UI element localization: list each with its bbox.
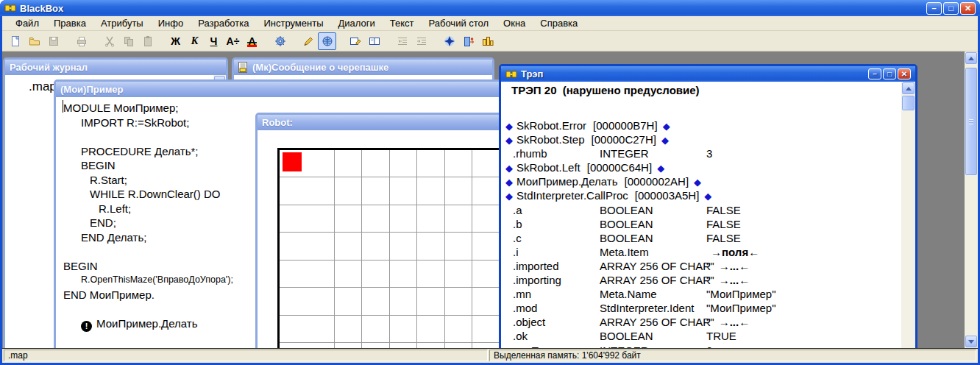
menu-item-рабочий-стол[interactable]: Рабочий стол	[422, 16, 497, 30]
turtle-message-titlebar[interactable]: (Мк)Сообщение о черепашке	[234, 60, 492, 75]
diamond-link-icon[interactable]: ◆	[505, 163, 513, 174]
variable-link-arrows[interactable]: →...←	[719, 274, 750, 286]
mdi-scroll-thumb[interactable]	[965, 68, 977, 175]
variable-name: .a	[513, 203, 600, 217]
variable-link-arrows[interactable]: →поля←	[711, 246, 759, 258]
frame-name: StdInterpreter.CallProc	[516, 189, 628, 202]
variable-type: Meta.Name	[600, 287, 706, 301]
variable-name: .mod	[513, 301, 600, 315]
diamond-link-icon[interactable]: ◆	[657, 163, 664, 174]
mdi-scroll-up-button[interactable]	[965, 52, 977, 64]
robot-window[interactable]: Robot:	[255, 113, 508, 348]
menu-item-правка[interactable]: Правка	[46, 16, 93, 30]
frame-name: SkRobot.Step	[516, 133, 585, 146]
browser-button[interactable]	[478, 32, 497, 50]
menu-item-инфо[interactable]: Инфо	[151, 16, 191, 30]
mdi-workspace: Рабочий журнал .map (Мк)Сообщение о чере…	[2, 52, 978, 348]
new-document-button[interactable]	[6, 32, 24, 50]
blackbox-compass-button[interactable]	[440, 32, 458, 50]
trap-close-button[interactable]: ✕	[898, 68, 911, 79]
diamond-link-icon[interactable]: ◆	[505, 177, 513, 188]
trap-variable-row: .okBOOLEANTRUE	[501, 329, 899, 343]
trap-frame-row: ◆МоиПример.Делать[0000002AH]◆	[501, 174, 899, 188]
trap-scroll-thumb[interactable]	[902, 96, 915, 110]
blackbox-main-window: BlackBox – □ ✕ ФайлПравкаАтрибутыИнфоРаз…	[0, 0, 980, 365]
robot-window-titlebar[interactable]: Robot:	[258, 115, 505, 130]
bold-button[interactable]: Ж	[166, 32, 185, 50]
diamond-link-icon[interactable]: ◆	[663, 121, 670, 132]
variable-name: .importing	[513, 273, 600, 287]
variable-name: .c	[513, 231, 600, 245]
mdi-vertical-scrollbar[interactable]	[965, 52, 978, 348]
underline-button[interactable]: Ч	[205, 32, 223, 50]
underline-button-glyph: Ч	[210, 35, 218, 47]
commander-icon[interactable]: !	[81, 321, 92, 332]
menu-item-инструменты[interactable]: Инструменты	[256, 16, 330, 30]
primer-window-title: (Мои)Пример	[60, 84, 123, 95]
diamond-link-icon[interactable]: ◆	[505, 121, 513, 132]
print-button	[72, 32, 90, 50]
close-button[interactable]: ✕	[960, 2, 976, 15]
page-icon	[10, 35, 21, 47]
font-size-button[interactable]: A÷	[224, 32, 242, 50]
status-bar: .map Выделенная память: 1'604'992 байт	[2, 348, 978, 362]
main-titlebar[interactable]: BlackBox – □ ✕	[0, 0, 980, 16]
edit-mode-button[interactable]	[299, 32, 317, 50]
trap-variable-row: .iMeta.Item→поля←	[501, 245, 899, 259]
variable-link-arrows[interactable]: →...←	[719, 260, 750, 272]
open-button[interactable]	[25, 32, 43, 50]
primer-window-titlebar[interactable]: (Мои)Пример	[56, 82, 502, 97]
menu-item-справка[interactable]: Справка	[533, 16, 585, 30]
diamond-link-icon[interactable]: ◆	[661, 135, 669, 146]
diamond-link-icon[interactable]: ◆	[505, 191, 513, 202]
compile-button[interactable]	[271, 32, 289, 50]
variable-value: "МоиПример"	[706, 288, 776, 300]
exit-button[interactable]	[459, 32, 477, 50]
browse-mode-button[interactable]	[318, 32, 336, 50]
minimize-button[interactable]: –	[926, 2, 942, 15]
save-button	[44, 32, 63, 50]
open-doc-panel-button[interactable]	[346, 32, 364, 50]
blackbox-app-icon	[505, 69, 517, 79]
journal-window-titlebar[interactable]: Рабочий журнал	[5, 60, 226, 75]
variable-name: .b	[513, 217, 600, 231]
trap-minimize-button[interactable]: –	[868, 68, 881, 79]
trap-window-titlebar[interactable]: Трэп – □ ✕	[501, 66, 915, 82]
diamond-link-icon[interactable]: ◆	[505, 135, 513, 146]
menu-item-окна[interactable]: Окна	[496, 16, 533, 30]
diamond-link-icon[interactable]: ◆	[704, 191, 711, 202]
down-arrow-icon	[968, 340, 974, 344]
trap-variable-row: .objectARRAY 256 OF CHAR""→...←	[501, 315, 899, 329]
robot-content	[258, 130, 505, 348]
variable-link-arrows[interactable]: →...←	[719, 316, 750, 328]
mdi-scroll-down-button[interactable]	[965, 336, 977, 347]
frame-name: SkRobot.Error	[516, 119, 586, 132]
open-form-panel-button[interactable]	[365, 32, 383, 50]
frame-address: [000000B7H]	[593, 119, 658, 132]
menu-item-диалоги[interactable]: Диалоги	[331, 16, 383, 30]
italic-button[interactable]: К	[185, 32, 204, 50]
trap-content: ТРЭП 20 (нарушено предусловие) ◆SkRobot.…	[501, 82, 915, 348]
variable-value: 0	[706, 344, 712, 349]
trap-scroll-up-button[interactable]	[902, 82, 915, 94]
frame-address: [000003A5H]	[635, 189, 700, 202]
font-color-button[interactable]: A	[243, 32, 261, 50]
variable-type: BOOLEAN	[600, 329, 706, 343]
trap-maximize-button[interactable]: □	[883, 68, 896, 79]
menu-item-разработка[interactable]: Разработка	[191, 16, 256, 30]
maximize-button[interactable]: □	[943, 2, 959, 15]
variable-name: .mn	[513, 287, 600, 301]
menu-item-файл[interactable]: Файл	[8, 16, 46, 30]
trap-vertical-scrollbar[interactable]	[901, 82, 915, 348]
trap-variable-row: .cBOOLEANFALSE	[501, 231, 899, 245]
diamond-link-icon[interactable]: ◆	[694, 177, 701, 188]
robot-red-square	[283, 152, 302, 171]
trap-window[interactable]: Трэп – □ ✕ ТРЭП 20 (нарушено предусловие…	[499, 64, 917, 348]
trap-frame-row: ◆SkRobot.Error[000000B7H]◆	[501, 118, 899, 132]
menu-item-атрибуты[interactable]: Атрибуты	[93, 16, 151, 30]
menu-item-текст[interactable]: Текст	[383, 16, 422, 30]
trap-variable-row: .importedARRAY 256 OF CHAR""→...←	[501, 259, 899, 273]
scissors-icon	[104, 35, 116, 47]
robot-window-title: Robot:	[262, 117, 293, 128]
variable-name: .object	[513, 315, 600, 329]
